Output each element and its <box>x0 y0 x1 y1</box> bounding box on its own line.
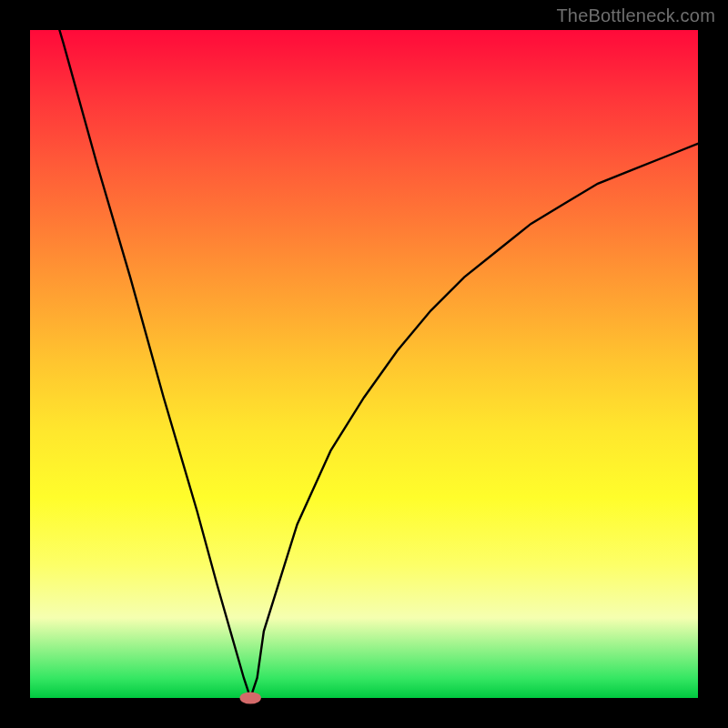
plot-area <box>30 30 698 698</box>
chart-svg <box>30 30 698 698</box>
bottleneck-curve <box>30 0 698 698</box>
optimum-marker <box>240 692 261 703</box>
watermark-label: TheBottleneck.com <box>556 5 715 26</box>
chart-frame: TheBottleneck.com <box>0 0 728 728</box>
